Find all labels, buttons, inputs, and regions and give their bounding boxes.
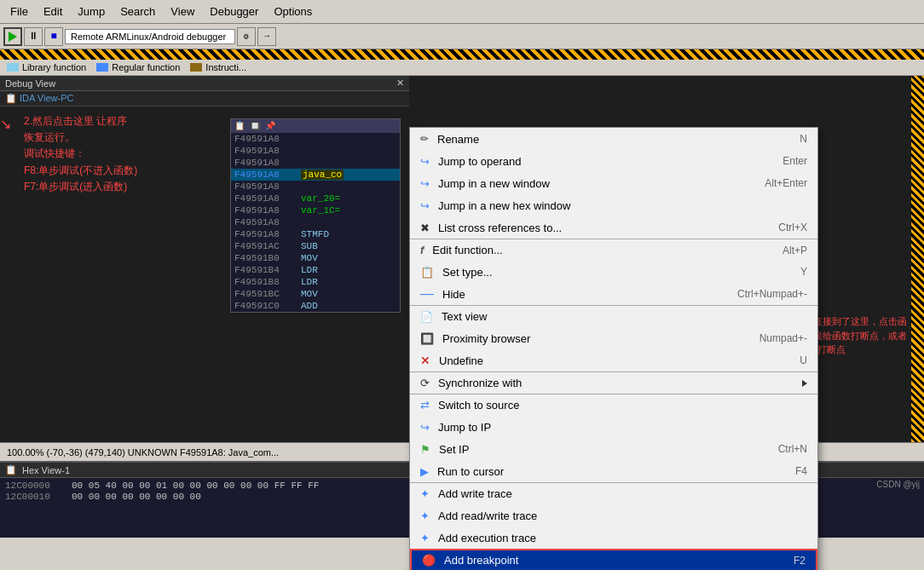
legend-library-box [7,63,19,72]
legend-bar: Library function Regular function Instru… [0,60,924,76]
ctx-set-ip-label: Set IP [439,443,770,456]
add-write-trace-icon: ✦ [420,487,430,500]
ctx-add-rw-trace[interactable]: ✦ Add read/write trace [410,504,817,527]
ctx-add-breakpoint-label: Add breakpoint [444,554,785,567]
disasm-addr: F49591A8 [234,229,294,239]
ctx-add-exec-trace[interactable]: ✦ Add execution trace [410,527,817,549]
sync-icon: ⟳ [420,377,430,389]
ctx-jump-new-window[interactable]: ↪ Jump in a new window Alt+Enter [410,172,817,194]
ctx-rename-label: Rename [437,133,791,146]
close-icon[interactable]: ✕ [396,78,404,89]
ctx-add-breakpoint[interactable]: 🔴 Add breakpoint F2 [410,549,817,570]
cross-ref-icon: ✖ [420,222,430,234]
table-row: F49591A8 [231,157,400,169]
ctx-set-type-shortcut: Y [800,266,807,278]
legend-regular-label: Regular function [112,62,180,72]
ida-view-icon: 📋 [5,93,17,103]
ctx-rename-shortcut: N [800,133,807,145]
menu-search[interactable]: Search [113,3,162,20]
toolbar-icon-2[interactable]: → [257,27,276,46]
ctx-run-cursor-label: Run to cursor [437,465,787,478]
legend-instruction-box [190,63,202,72]
ctx-sync[interactable]: ⟳ Synchronize with [410,371,817,394]
ctx-jump-hex[interactable]: ↪ Jump in a new hex window [410,194,817,216]
table-row: F49591A8 [231,181,400,193]
play-icon [9,32,17,42]
hide-icon: — [420,286,434,302]
ctx-jump-ip[interactable]: ↪ Jump to IP [410,416,817,438]
ctx-undefine-shortcut: U [800,354,807,366]
ctx-switch-source[interactable]: ⇄ Switch to source [410,394,817,416]
arrow-right-icon: ↘ [0,113,11,135]
ctx-run-cursor[interactable]: ▶ Run to cursor F4 [410,460,817,482]
ctx-jump-operand[interactable]: ↪ Jump to operand Enter [410,150,817,172]
stop-button[interactable]: ■ [44,27,63,46]
ctx-set-ip-shortcut: Ctrl+N [778,443,807,455]
disasm-addr: F49591B0 [234,253,294,263]
disasm-addr: F49591C0 [234,301,294,311]
left-panel: Debug View ✕ 📋 IDA View-PC ↘ 2.然后点击这里 让程… [0,76,409,442]
ctx-undefine[interactable]: ✕ Undefine U [410,349,817,371]
menu-file[interactable]: File [3,3,35,20]
toolbar-icon-1[interactable]: ⚙ [237,27,256,46]
menu-edit[interactable]: Edit [37,3,69,20]
jump-hex-icon: ↪ [420,199,430,212]
ctx-add-write-trace[interactable]: ✦ Add write trace [410,482,817,504]
main-area: Debug View ✕ 📋 IDA View-PC ↘ 2.然后点击这里 让程… [0,76,924,442]
ctx-proximity-label: Proximity browser [442,332,751,345]
csdn-user: @yij [903,480,920,489]
legend-instruction: Instructi... [190,62,246,72]
ctx-set-type[interactable]: 📋 Set type... Y [410,261,817,283]
disasm-operand-java: java_co [301,170,344,180]
text-view-icon: 📄 [420,311,433,323]
table-row: F49591B4 LDR [231,264,400,276]
ctx-jump-hex-label: Jump in a new hex window [438,199,799,212]
ctx-text-view[interactable]: 📄 Text view [410,305,817,327]
ctx-set-ip[interactable]: ⚑ Set IP Ctrl+N [410,438,817,460]
disasm-mnemonic: MOV [301,253,318,263]
disasm-addr: F49591A8 [234,170,294,180]
ida-view-header: 📋 IDA View-PC [0,91,409,107]
hex-addr: 12C00010 [5,492,65,502]
ida-view-title: IDA View-PC [20,93,73,103]
proximity-icon: 🔲 [420,332,434,345]
table-row: F49591AC SUB [231,240,400,252]
legend-library-label: Library function [22,62,86,72]
table-row: F49591B8 LDR [231,276,400,288]
ctx-cross-ref[interactable]: ✖ List cross references to... Ctrl+X [410,216,817,239]
ctx-text-view-label: Text view [442,310,799,323]
hex-bytes: 00 00 00 00 00 00 00 00 [72,492,201,502]
ctx-proximity[interactable]: 🔲 Proximity browser Numpad+- [410,327,817,349]
undefine-icon: ✕ [420,354,430,367]
play-button[interactable] [3,27,22,46]
disasm-mnemonic: LDR [301,265,318,275]
menu-jump[interactable]: Jump [71,3,112,20]
ctx-rename[interactable]: ✏ Rename N [410,128,817,150]
edit-func-icon: f [420,244,424,256]
ctx-set-type-label: Set type... [442,266,792,279]
hex-bytes: 00 05 40 00 00 01 00 00 00 00 00 00 FF F… [72,481,319,491]
ctx-hide-shortcut: Ctrl+Numpad+- [737,288,807,300]
pause-button[interactable]: ⏸ [24,27,43,46]
ctx-edit-func[interactable]: f Edit function... Alt+P [410,239,817,261]
context-menu: ✏ Rename N ↪ Jump to operand Enter ↪ Jum… [409,127,818,570]
disasm-var20: var_20= [301,193,340,204]
disasm-addr: F49591A8 [234,158,294,168]
legend-instruction-label: Instructi... [205,62,246,72]
jump-new-window-icon: ↪ [420,177,430,190]
disasm-addr: F49591A8 [234,146,294,156]
remote-debugger-label: Remote ARMLinux/Android debugger [65,29,235,44]
disasm-titlebar: 📋 🔲 📌 [231,119,400,133]
ctx-jump-new-window-shortcut: Alt+Enter [765,177,807,189]
menu-debugger[interactable]: Debugger [203,3,265,20]
ctx-hide[interactable]: — Hide Ctrl+Numpad+- [410,283,817,305]
menu-view[interactable]: View [164,3,201,20]
disasm-mnemonic: LDR [301,277,318,287]
debug-view-titlebar: Debug View ✕ [0,76,409,91]
table-row: F49591A8 var_1C= [231,204,400,216]
menu-options[interactable]: Options [267,3,319,20]
disasm-addr: F49591BC [234,289,294,299]
ctx-undefine-label: Undefine [439,354,791,367]
disasm-mnemonic: SUB [301,241,318,251]
striped-progress-bar [0,49,924,60]
